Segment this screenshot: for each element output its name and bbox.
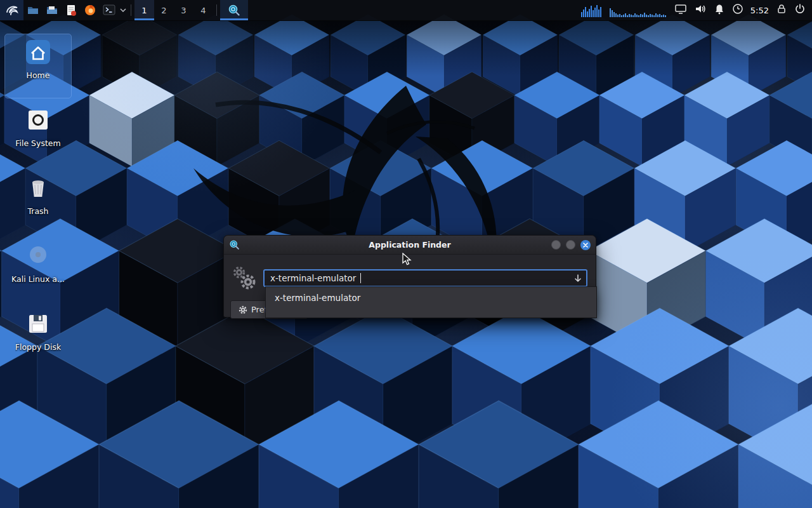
search-input-value: x-terminal-emulator: [270, 273, 356, 283]
display-settings-tray[interactable]: [674, 3, 687, 17]
desktop-icon-label: Kali Linux a...: [11, 274, 65, 284]
network-graph-widget[interactable]: [609, 3, 667, 17]
workspace-1-label: 1: [141, 6, 147, 15]
gear-icon: [239, 305, 247, 314]
desktop-icon-label: Trash: [27, 206, 48, 216]
lock-tray[interactable]: [776, 3, 787, 17]
clock[interactable]: 5:52: [750, 6, 769, 15]
volume-tray[interactable]: [694, 3, 707, 18]
desktop-icon-column: Home File System Trash Kali Linux a... F…: [5, 34, 71, 370]
desktop-icon-floppy-disk[interactable]: Floppy Disk: [5, 306, 71, 370]
firefox-icon: [84, 4, 96, 17]
desktop-icon-label: File System: [15, 138, 61, 148]
maximize-button[interactable]: [566, 240, 575, 250]
terminal-dropdown-button[interactable]: [119, 0, 128, 20]
desktop-icon-file-system[interactable]: File System: [5, 102, 71, 166]
text-cursor: [360, 273, 361, 283]
terminal-launcher[interactable]: [100, 0, 119, 20]
notifications-tray[interactable]: [714, 3, 725, 18]
workspace-2[interactable]: 2: [154, 0, 174, 20]
folder-icon: [27, 4, 39, 17]
workspace-1[interactable]: 1: [134, 0, 154, 20]
file-manager-launcher[interactable]: [23, 0, 43, 20]
volume-icon: [694, 3, 707, 15]
application-finder-window: Application Finder: [223, 235, 596, 318]
window-title: Application Finder: [224, 240, 596, 250]
search-result-item[interactable]: x-terminal-emulator: [266, 287, 596, 309]
bell-icon: [714, 3, 725, 15]
search-results-popup: x-terminal-emulator: [265, 286, 597, 318]
status-tray[interactable]: [732, 3, 743, 17]
display-icon: [674, 3, 687, 15]
workspace-3[interactable]: 3: [174, 0, 193, 20]
kali-logo-icon: [5, 3, 19, 17]
gear-icon: [235, 268, 244, 277]
panel-separator: [131, 4, 131, 16]
folder-documents-icon: [46, 4, 58, 17]
text-editor-launcher[interactable]: [62, 0, 81, 20]
status-circle-icon: [732, 3, 743, 15]
dropdown-arrow-icon[interactable]: [573, 274, 582, 283]
cpu-graph-widget[interactable]: [580, 3, 602, 17]
home-icon: [24, 38, 52, 66]
search-input[interactable]: x-terminal-emulator: [263, 269, 587, 287]
desktop-icon-label: Home: [27, 70, 50, 80]
panel-separator: [216, 4, 217, 16]
gears-artwork: [228, 265, 261, 291]
workspace-2-label: 2: [161, 6, 166, 15]
minimize-button[interactable]: [551, 240, 561, 250]
desktop-icon-label: Floppy Disk: [15, 342, 61, 352]
power-icon: [794, 3, 806, 15]
desktop-icon-trash[interactable]: Trash: [5, 170, 71, 234]
gear-icon: [242, 276, 254, 288]
top-panel: 1 2 3 4: [0, 0, 812, 21]
desktop-icon-kali-linux[interactable]: Kali Linux a...: [5, 238, 71, 302]
lock-icon: [776, 3, 787, 15]
kali-disc-icon: [24, 242, 52, 270]
kali-menu-button[interactable]: [0, 0, 23, 20]
trash-icon: [24, 174, 52, 202]
files-launcher[interactable]: [43, 0, 62, 20]
titlebar[interactable]: Application Finder: [224, 236, 596, 255]
close-icon: [583, 243, 588, 248]
document-icon: [65, 4, 77, 17]
app-finder-task-icon: [228, 4, 240, 17]
close-button[interactable]: [580, 240, 591, 250]
taskbar-app-finder[interactable]: [220, 0, 248, 20]
workspace-3-label: 3: [181, 6, 186, 15]
terminal-icon: [103, 4, 115, 16]
chevron-down-icon: [120, 8, 126, 12]
workspace-4-label: 4: [200, 6, 206, 15]
session-tray[interactable]: [794, 3, 806, 17]
workspace-4[interactable]: 4: [193, 0, 213, 20]
firefox-launcher[interactable]: [81, 0, 100, 20]
app-finder-window-icon: [229, 239, 240, 250]
desktop-icon-home[interactable]: Home: [5, 34, 71, 98]
floppy-disk-icon: [24, 310, 52, 338]
file-system-icon: [24, 106, 52, 134]
